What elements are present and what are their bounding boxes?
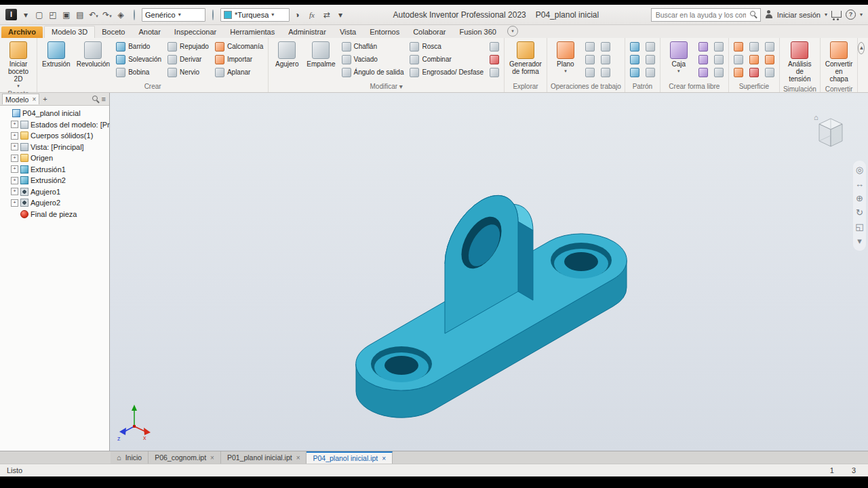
tab-archivo[interactable]: Archivo — [1, 26, 43, 38]
parameters-fx-icon[interactable]: fx — [304, 9, 319, 21]
button-pattern-circular[interactable] — [628, 54, 642, 65]
doc-tab-p06-cognom-ipt[interactable]: P06_cognom.ipt× — [149, 451, 221, 464]
panel-label-operaciones-de-trabajo[interactable]: Operaciones de trabajo — [547, 81, 625, 92]
button-calcomania[interactable]: Calcomanía — [213, 41, 265, 52]
sign-in-caret-icon[interactable]: ▾ — [825, 12, 827, 18]
open-folder-icon[interactable]: ◰ — [47, 9, 59, 21]
button-freeform-edit[interactable] — [712, 66, 726, 78]
tab-modelo-3d[interactable]: Modelo 3D — [44, 26, 95, 38]
doc-tab-p04-planol-inicial-ipt[interactable]: P04_planol inicial.ipt× — [307, 451, 393, 464]
button-surface-sculpt[interactable] — [747, 54, 761, 65]
button-plano[interactable]: Plano▾ — [550, 40, 581, 74]
tab-herramientas[interactable]: Herramientas — [223, 26, 281, 38]
appearance-combo[interactable]: *Turquesa▾ — [220, 8, 290, 22]
button-surface-extend[interactable] — [747, 41, 761, 52]
expander-plus-icon[interactable]: + — [11, 188, 18, 195]
navigation-wheel-icon[interactable]: ◎ — [856, 165, 863, 175]
orbit-icon[interactable]: ↻ — [856, 208, 863, 218]
button-engrosado-desfase[interactable]: Engrosado/ Desfase — [408, 66, 486, 78]
sign-in-button[interactable]: Iniciar sesión — [777, 11, 821, 19]
appearance-sphere-icon[interactable] — [207, 9, 219, 21]
tree-item-final-de-pieza[interactable]: Final de pieza — [0, 209, 109, 220]
button-repujado[interactable]: Repujado — [165, 41, 211, 52]
expander-plus-icon[interactable]: + — [11, 165, 18, 173]
button-surface-trim[interactable] — [732, 66, 745, 78]
button-revolucion[interactable]: Revolución — [75, 40, 112, 69]
close-tab-icon[interactable]: × — [210, 454, 214, 462]
doc-tab-inicio[interactable]: ⌂Inicio — [111, 451, 149, 464]
button-agujero[interactable]: Agujero — [271, 40, 302, 69]
panel-label-patron[interactable]: Patrón — [625, 81, 660, 92]
collapse-icon[interactable]: ▾ — [857, 237, 862, 246]
tab-entornos[interactable]: Entornos — [363, 26, 406, 38]
tab-boceto[interactable]: Boceto — [95, 26, 132, 38]
help-caret-icon[interactable]: ▾ — [860, 12, 863, 18]
expander-plus-icon[interactable]: + — [11, 177, 18, 184]
exchange-arrows-icon[interactable]: ⇄ — [321, 9, 333, 21]
button-pattern-sketch[interactable] — [644, 41, 657, 52]
redo-icon[interactable]: ↷▾ — [101, 9, 113, 21]
viewport-3d[interactable]: x z ⌂ ◎↔⊕↻◱▾ — [110, 93, 868, 451]
button-vaciado[interactable]: Vaciado — [340, 54, 406, 65]
panel-label-crear[interactable]: Crear — [37, 81, 268, 92]
button-work-axis[interactable] — [583, 41, 597, 52]
undo-icon[interactable]: ↶▾ — [87, 9, 100, 21]
tab-administrar[interactable]: Administrar — [281, 26, 333, 38]
look-at-icon[interactable]: ◱ — [855, 222, 863, 232]
button-generador-de-forma[interactable]: Generador de forma — [507, 40, 544, 77]
button-angulo-de-salida[interactable]: Ángulo de salida — [340, 66, 406, 78]
pan-icon[interactable]: ↔ — [855, 180, 864, 189]
help-icon[interactable]: ? — [846, 9, 856, 20]
panel-label-explorar[interactable]: Explorar — [505, 81, 547, 92]
button-freeform-torus[interactable] — [712, 41, 726, 52]
ribbon-panel-toggle-icon[interactable]: ▲ — [858, 42, 865, 54]
tree-item-estados-del-modelo-principal[interactable]: +Estados del modelo: [Principal] — [0, 119, 109, 131]
button-rosca[interactable]: Rosca — [408, 41, 486, 52]
doc-tab-p01-planol-inicial-ipt[interactable]: P01_planol inicial.ipt× — [221, 451, 307, 464]
tab-fusion-360[interactable]: Fusion 360 — [452, 26, 502, 38]
button-axis-from-edge[interactable] — [599, 41, 612, 52]
tree-item-vista-principal[interactable]: +Vista: [Principal] — [0, 142, 109, 153]
button-work-point[interactable] — [583, 54, 597, 65]
expander-plus-icon[interactable]: + — [11, 155, 18, 162]
button-iniciar-boceto-2d[interactable]: Iniciar boceto 2D▾ — [3, 40, 34, 89]
button-nervio[interactable]: Nervio — [165, 66, 211, 78]
button-combinar[interactable]: Combinar — [408, 54, 486, 65]
button-caja[interactable]: Caja▾ — [663, 40, 694, 74]
button-surface-delete[interactable] — [763, 54, 776, 65]
overflow-arrow-icon[interactable]: ▾ — [334, 9, 347, 21]
tab-colaborar[interactable]: Colaborar — [406, 26, 452, 38]
adjust-appearance-icon[interactable]: ◑ — [291, 9, 303, 21]
button-freeform-sphere[interactable] — [696, 66, 710, 78]
help-search-input[interactable] — [654, 10, 747, 20]
button-extrusion[interactable]: Extrusión — [40, 40, 73, 69]
expander-plus-icon[interactable]: + — [11, 121, 18, 128]
button-empalme[interactable]: Empalme — [304, 40, 337, 69]
add-browser-tab-button[interactable]: + — [41, 95, 48, 103]
button-freeform-quadball[interactable] — [712, 54, 726, 65]
template-combo[interactable]: Genérico▾ — [142, 8, 205, 22]
material-sphere-icon[interactable] — [128, 9, 140, 21]
button-surface-fit[interactable] — [763, 66, 776, 78]
tree-item-extrusion2[interactable]: +Extrusión2 — [0, 175, 109, 186]
dropdown-arrow-icon[interactable]: ▾ — [677, 69, 680, 73]
part-body[interactable] — [356, 195, 627, 418]
close-tab-icon[interactable]: × — [296, 454, 300, 462]
button-delete-face[interactable] — [488, 54, 501, 65]
button-solevacion[interactable]: Solevación — [114, 54, 163, 65]
dropdown-arrow-icon[interactable]: ▾ — [17, 84, 20, 87]
button-chaflan[interactable]: Chaflán — [340, 41, 406, 52]
close-tab-icon[interactable]: × — [382, 455, 386, 462]
search-icon[interactable] — [750, 11, 757, 18]
button-aplanar[interactable]: Aplanar — [213, 66, 265, 78]
button-surface-patch[interactable] — [732, 54, 745, 65]
button-surface-stitch[interactable] — [732, 41, 745, 52]
button-pattern-feature[interactable] — [644, 54, 657, 65]
panel-label-modificar[interactable]: Modificar ▾ — [269, 81, 504, 92]
button-barrido[interactable]: Barrido — [114, 41, 163, 52]
close-icon[interactable]: × — [32, 96, 36, 103]
button-mirror[interactable] — [628, 66, 642, 78]
tree-item-agujero2[interactable]: +Agujero2 — [0, 197, 109, 209]
button-ucs-3points[interactable] — [599, 66, 612, 78]
zoom-icon[interactable]: ⊕ — [856, 194, 863, 203]
